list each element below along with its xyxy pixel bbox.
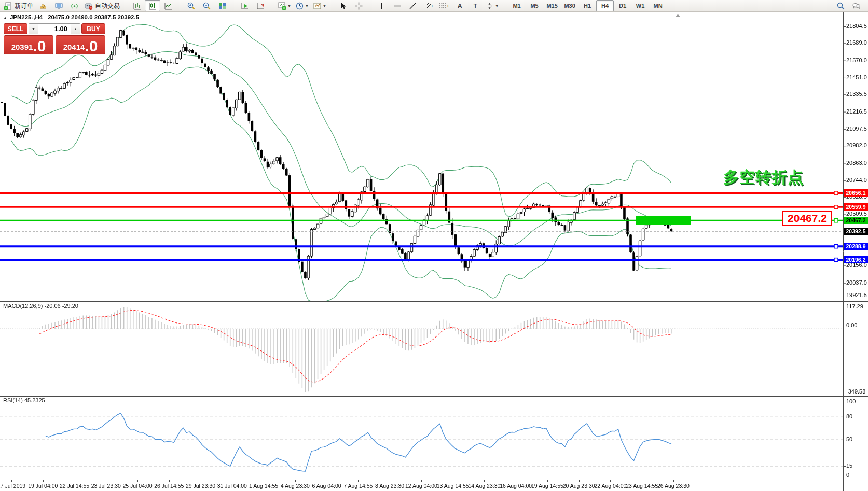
equidistant-channel-button[interactable]: E <box>421 0 436 11</box>
macd-tick-label: -349.58 <box>846 388 865 395</box>
chart-canvas[interactable] <box>0 0 868 491</box>
chart-text-annotation[interactable]: 多空转折点 <box>723 167 804 188</box>
trendline-button[interactable] <box>405 0 421 11</box>
zoom-in-button[interactable] <box>183 0 199 11</box>
volume-value[interactable]: 1.00 <box>38 24 71 34</box>
price-tick-label: 21570.0 <box>846 57 867 63</box>
price-tick-label: 20037.0 <box>846 279 867 286</box>
spin-up-icon: ▲ <box>74 27 77 31</box>
timeframe-d1[interactable]: D1 <box>614 0 631 11</box>
time-tick-label: 19 Aug 14:55 <box>531 483 563 489</box>
time-tick-label: 25 Jul 04:00 <box>122 483 152 489</box>
new-order-icon <box>4 2 12 10</box>
buy-price-panel[interactable]: 20414.0 <box>56 35 105 54</box>
vertical-line-icon <box>377 2 386 10</box>
buy-price-pips: .0 <box>85 40 98 52</box>
text-button[interactable]: A <box>452 0 467 11</box>
timeframe-h1[interactable]: H1 <box>578 0 596 11</box>
fibonacci-button[interactable]: F <box>436 0 452 11</box>
timeframe-w1[interactable]: W1 <box>631 0 649 11</box>
volume-increase-button[interactable]: ▲ <box>71 24 80 34</box>
terminal-icon <box>54 2 63 10</box>
signal-button[interactable] <box>66 0 82 11</box>
one-click-trading-panel: SELL ▼ 1.00 ▲ BUY 20391.0 20414.0 <box>4 23 105 54</box>
time-tick-label: 8 Aug 23:30 <box>375 483 404 489</box>
toolbar-separator <box>369 2 372 10</box>
price-tick-label: 20863.0 <box>846 160 867 166</box>
arrows-button[interactable]: ▼ <box>483 0 501 11</box>
auto-trading-label: 自动交易 <box>95 2 120 10</box>
zoom-out-icon <box>202 2 211 10</box>
arrows-icon <box>485 2 494 10</box>
auto-trading-icon <box>84 2 93 10</box>
sell-button[interactable]: SELL <box>4 23 27 34</box>
chart-shift-button[interactable] <box>253 0 268 11</box>
text-icon: A <box>457 2 462 10</box>
price-tick-label: 21335.5 <box>846 91 867 97</box>
search-button[interactable] <box>833 0 848 11</box>
market-button[interactable] <box>35 0 51 11</box>
chart-bars-button[interactable] <box>129 0 145 11</box>
sell-price-pips: .0 <box>33 40 46 52</box>
zoom-out-button[interactable] <box>199 0 214 11</box>
buy-button[interactable]: BUY <box>81 23 105 34</box>
timeframe-m1[interactable]: M1 <box>508 0 526 11</box>
rsi-tick-label: 50 <box>846 436 852 442</box>
timeframe-switcher: M1M5M15M30H1H4D1W1MN <box>508 0 667 11</box>
auto-trading-button[interactable]: 自动交易 <box>82 0 122 11</box>
timeframe-mn[interactable]: MN <box>649 0 667 11</box>
time-tick-label: 29 Jul 23:30 <box>186 483 215 489</box>
auto-scroll-button[interactable] <box>237 0 253 11</box>
templates-button[interactable]: ▼ <box>311 0 328 11</box>
symbol-period-label: JPN225-,H4 <box>10 14 43 20</box>
chart-candles-button[interactable] <box>145 0 160 11</box>
price-callout-label[interactable]: 20467.2 <box>782 211 832 226</box>
macd-tick-label: 117.29 <box>846 303 863 310</box>
text-label-button[interactable]: T <box>467 0 483 11</box>
crosshair-button[interactable] <box>351 0 367 11</box>
time-tick-label: 31 Jul 04:00 <box>217 483 247 489</box>
volume-stepper: ▼ 1.00 ▲ <box>29 23 80 34</box>
chart-line-button[interactable] <box>160 0 176 11</box>
price-line-chip-support-1: 20288.9 <box>844 243 868 250</box>
rsi-tick-label: 80 <box>846 413 852 419</box>
fibonacci-icon <box>438 2 447 10</box>
new-order-button[interactable]: 新订单 <box>2 0 35 11</box>
rsi-tick-label: 15 <box>846 462 852 469</box>
toolbar: 新订单 自动交易 ▼ ▼ ▼ E F A T ▼ M1M5M15M30H1H4D… <box>0 0 868 12</box>
timeframe-m30[interactable]: M30 <box>561 0 578 11</box>
toolbar-separator <box>232 2 235 10</box>
sell-price-panel[interactable]: 20391.0 <box>4 35 53 54</box>
tile-windows-button[interactable] <box>214 0 230 11</box>
timeframe-m5[interactable]: M5 <box>526 0 543 11</box>
horizontal-line-button[interactable] <box>390 0 405 11</box>
text-label-icon: T <box>472 2 479 9</box>
price-tick-label: 21689.0 <box>846 39 867 46</box>
trade-panel-collapse-icon[interactable]: ▲ <box>3 16 7 20</box>
price-tick-label: 21804.5 <box>846 23 867 29</box>
terminal-button[interactable] <box>51 0 66 11</box>
chart-title: ▲JPN225-,H420475.0 20490.0 20387.5 20392… <box>3 14 139 20</box>
time-tick-label: 19 Jul 04:00 <box>28 483 58 489</box>
chat-button[interactable] <box>848 0 864 11</box>
cursor-button[interactable] <box>336 0 351 11</box>
timeframe-h4[interactable]: H4 <box>596 0 614 11</box>
price-line-chip-resistance-2: 20559.9 <box>844 203 868 211</box>
market-icon <box>39 2 48 10</box>
chart-shift-icon <box>256 2 265 10</box>
macd-tick-label: 0.00 <box>846 322 857 328</box>
time-tick-label: 22 Jul 14:55 <box>60 483 89 489</box>
rsi-tick-label: 100 <box>846 398 856 404</box>
new-chart-button[interactable]: ▼ <box>275 0 293 11</box>
buy-price: 20414 <box>63 43 85 51</box>
search-icon <box>836 2 845 10</box>
timeframe-m15[interactable]: M15 <box>543 0 561 11</box>
new-order-label: 新订单 <box>15 2 33 10</box>
trendline-icon <box>408 2 417 10</box>
price-tick-label: 20744.0 <box>846 177 867 183</box>
vertical-line-button[interactable] <box>374 0 390 11</box>
zoom-in-icon <box>187 2 196 10</box>
period-clock-button[interactable]: ▼ <box>293 0 311 11</box>
volume-decrease-button[interactable]: ▼ <box>29 24 38 34</box>
equidistant-channel-icon <box>423 2 432 10</box>
